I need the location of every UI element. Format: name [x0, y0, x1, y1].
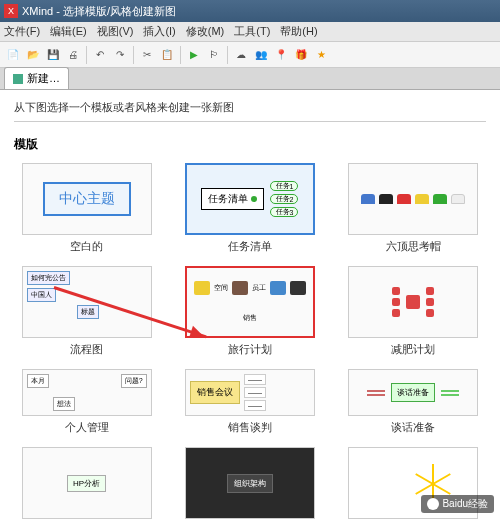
- template-diet-plan[interactable]: 减肥计划: [341, 266, 486, 357]
- copy-icon[interactable]: 📋: [158, 46, 176, 64]
- personal-node: 问题?: [121, 374, 147, 388]
- extra-box: HP分析: [67, 475, 106, 492]
- template-hp-analysis[interactable]: HP分析: [14, 447, 159, 519]
- hat-icon: [433, 194, 447, 204]
- talk-center: 谈话准备: [391, 383, 435, 402]
- separator: [133, 46, 134, 64]
- template-label: 谈话准备: [391, 420, 435, 435]
- travel-icon: [194, 281, 210, 295]
- template-tasklist[interactable]: 任务清单 任务1 任务2 任务3 任务清单: [177, 163, 322, 254]
- section-templates-title: 模版: [14, 136, 486, 153]
- separator: [227, 46, 228, 64]
- menubar: 文件(F) 编辑(E) 视图(V) 插入(I) 修改(M) 工具(T) 帮助(H…: [0, 22, 500, 42]
- template-travel-plan[interactable]: 空间 员工 销售 旅行计划: [177, 266, 322, 357]
- menu-edit[interactable]: 编辑(E): [50, 24, 87, 39]
- hat-icon: [397, 194, 411, 204]
- menu-help[interactable]: 帮助(H): [280, 24, 317, 39]
- menu-view[interactable]: 视图(V): [97, 24, 134, 39]
- gift-icon[interactable]: 🎁: [292, 46, 310, 64]
- personal-node: 想法: [53, 397, 75, 411]
- hat-icon: [361, 194, 375, 204]
- save-icon[interactable]: 💾: [44, 46, 62, 64]
- thumb-blank: 中心主题: [22, 163, 152, 235]
- content-area: 从下图选择一个模板或者风格来创建一张新图 模版 中心主题 空白的 任务清单 任务…: [0, 90, 500, 519]
- open-icon[interactable]: 📂: [24, 46, 42, 64]
- template-personal-mgmt[interactable]: 本月 问题? 想法 个人管理: [14, 369, 159, 435]
- watermark-text: Baidu经验: [442, 497, 488, 511]
- thumb-sales: 销售会议 —— —— ——: [185, 369, 315, 416]
- hat-icon: [451, 194, 465, 204]
- tab-bar: 新建…: [0, 68, 500, 90]
- flag-icon[interactable]: 🏳: [205, 46, 223, 64]
- template-sales-negotiation[interactable]: 销售会议 —— —— —— 销售谈判: [177, 369, 322, 435]
- menu-modify[interactable]: 修改(M): [186, 24, 225, 39]
- template-label: 六顶思考帽: [386, 239, 441, 254]
- flow-node: 如何完公告: [27, 271, 70, 285]
- task-branch: 任务3: [270, 207, 298, 217]
- share-icon[interactable]: ☁: [232, 46, 250, 64]
- template-label: 销售谈判: [228, 420, 272, 435]
- template-label: 个人管理: [65, 420, 109, 435]
- travel-icon: [270, 281, 286, 295]
- template-six-hats[interactable]: 六顶思考帽: [341, 163, 486, 254]
- sales-branch: ——: [244, 400, 266, 411]
- thumb-diet: [348, 266, 478, 338]
- template-grid: 中心主题 空白的 任务清单 任务1 任务2 任务3 任务清单: [14, 163, 486, 519]
- template-label: 空白的: [70, 239, 103, 254]
- menu-insert[interactable]: 插入(I): [143, 24, 175, 39]
- diet-center-icon: [406, 295, 420, 309]
- sales-branch: ——: [244, 374, 266, 385]
- menu-file[interactable]: 文件(F): [4, 24, 40, 39]
- template-label: 流程图: [70, 342, 103, 357]
- menu-tools[interactable]: 工具(T): [234, 24, 270, 39]
- redo-icon[interactable]: ↷: [111, 46, 129, 64]
- template-label: 减肥计划: [391, 342, 435, 357]
- thumb-tasklist: 任务清单 任务1 任务2 任务3: [185, 163, 315, 235]
- travel-item: 销售: [243, 313, 257, 323]
- separator: [180, 46, 181, 64]
- print-icon[interactable]: 🖨: [64, 46, 82, 64]
- app-icon: X: [4, 4, 18, 18]
- intro-text: 从下图选择一个模板或者风格来创建一张新图: [14, 100, 486, 115]
- thumb-extra2: 组织架构: [185, 447, 315, 519]
- titlebar: X XMind - 选择模版/风格创建新图: [0, 0, 500, 22]
- thumb-travel: 空间 员工 销售: [185, 266, 315, 338]
- tab-new[interactable]: 新建…: [4, 67, 69, 89]
- personal-node: 本月: [27, 374, 49, 388]
- separator: [86, 46, 87, 64]
- org-box: 组织架构: [227, 474, 273, 493]
- thumb-personal: 本月 问题? 想法: [22, 369, 152, 416]
- thumb-six-hats: [348, 163, 478, 235]
- hat-icon: [379, 194, 393, 204]
- template-blank[interactable]: 中心主题 空白的: [14, 163, 159, 254]
- watermark: Baidu经验: [421, 495, 494, 513]
- template-org-chart[interactable]: 组织架构: [177, 447, 322, 519]
- flow-node: 标题: [77, 305, 99, 319]
- hat-icon: [415, 194, 429, 204]
- tab-icon: [13, 74, 23, 84]
- star-icon[interactable]: ★: [312, 46, 330, 64]
- travel-icon: [290, 281, 306, 295]
- flow-node: 中国人: [27, 288, 56, 302]
- task-branch: 任务1: [270, 181, 298, 191]
- window-title: XMind - 选择模版/风格创建新图: [22, 4, 176, 19]
- sales-branch: ——: [244, 387, 266, 398]
- template-talk-prep[interactable]: 谈话准备 谈话准备: [341, 369, 486, 435]
- travel-item: 员工: [252, 283, 266, 293]
- sales-center: 销售会议: [190, 381, 240, 404]
- tab-label: 新建…: [27, 71, 60, 86]
- thumb-flowchart: 如何完公告 中国人 标题: [22, 266, 152, 338]
- baidu-paw-icon: [427, 498, 439, 510]
- template-label: 任务清单: [228, 239, 272, 254]
- new-icon[interactable]: 📄: [4, 46, 22, 64]
- undo-icon[interactable]: ↶: [91, 46, 109, 64]
- people-icon[interactable]: 👥: [252, 46, 270, 64]
- toolbar: 📄 📂 💾 🖨 ↶ ↷ ✂ 📋 ▶ 🏳 ☁ 👥 📍 🎁 ★: [0, 42, 500, 68]
- template-label: 旅行计划: [228, 342, 272, 357]
- tasklist-box: 任务清单: [201, 188, 264, 210]
- run-icon[interactable]: ▶: [185, 46, 203, 64]
- travel-item: 空间: [214, 283, 228, 293]
- marker-icon[interactable]: 📍: [272, 46, 290, 64]
- template-flowchart[interactable]: 如何完公告 中国人 标题 流程图: [14, 266, 159, 357]
- cut-icon[interactable]: ✂: [138, 46, 156, 64]
